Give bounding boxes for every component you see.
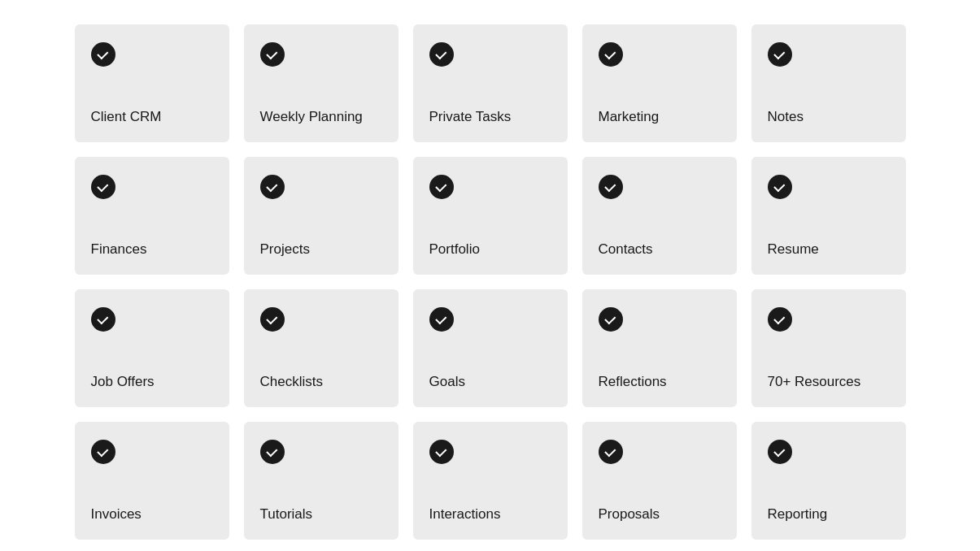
grid-item-reflections[interactable]: Reflections — [582, 289, 737, 407]
label-tutorials: Tutorials — [260, 496, 313, 523]
label-invoices: Invoices — [91, 496, 142, 523]
check-icon — [429, 307, 454, 332]
check-icon — [429, 440, 454, 464]
check-icon — [768, 440, 792, 464]
label-projects: Projects — [260, 231, 310, 258]
grid-item-projects[interactable]: Projects — [244, 157, 399, 275]
check-icon — [599, 307, 623, 332]
grid-item-invoices[interactable]: Invoices — [75, 422, 229, 540]
label-finances: Finances — [91, 231, 147, 258]
check-icon — [768, 42, 792, 67]
grid-item-notes[interactable]: Notes — [751, 24, 906, 142]
check-icon — [91, 440, 115, 464]
grid-item-resume[interactable]: Resume — [751, 157, 906, 275]
grid-item-portfolio[interactable]: Portfolio — [413, 157, 568, 275]
grid-item-goals[interactable]: Goals — [413, 289, 568, 407]
grid-item-job-offers[interactable]: Job Offers — [75, 289, 229, 407]
check-icon — [260, 42, 285, 67]
grid-item-checklists[interactable]: Checklists — [244, 289, 399, 407]
check-icon — [768, 175, 792, 199]
check-icon — [599, 175, 623, 199]
grid-item-proposals[interactable]: Proposals — [582, 422, 737, 540]
grid-item-client-crm[interactable]: Client CRM — [75, 24, 229, 142]
label-portfolio: Portfolio — [429, 231, 480, 258]
label-weekly-planning: Weekly Planning — [260, 98, 363, 126]
grid-item-reporting[interactable]: Reporting — [751, 422, 906, 540]
label-job-offers: Job Offers — [91, 363, 155, 391]
check-icon — [260, 175, 285, 199]
label-resume: Resume — [768, 231, 819, 258]
grid-item-finances[interactable]: Finances — [75, 157, 229, 275]
label-marketing: Marketing — [599, 98, 660, 126]
check-icon — [429, 42, 454, 67]
check-icon — [260, 440, 285, 464]
check-icon — [91, 307, 115, 332]
grid-item-private-tasks[interactable]: Private Tasks — [413, 24, 568, 142]
label-checklists: Checklists — [260, 363, 323, 391]
label-interactions: Interactions — [429, 496, 501, 523]
check-icon — [599, 440, 623, 464]
label-reporting: Reporting — [768, 496, 828, 523]
label-proposals: Proposals — [599, 496, 660, 523]
label-notes: Notes — [768, 98, 804, 126]
label-70-resources: 70+ Resources — [768, 363, 861, 391]
grid-item-interactions[interactable]: Interactions — [413, 422, 568, 540]
label-goals: Goals — [429, 363, 465, 391]
check-icon — [768, 307, 792, 332]
grid-item-weekly-planning[interactable]: Weekly Planning — [244, 24, 399, 142]
check-icon — [599, 42, 623, 67]
grid-item-tutorials[interactable]: Tutorials — [244, 422, 399, 540]
label-private-tasks: Private Tasks — [429, 98, 512, 126]
label-contacts: Contacts — [599, 231, 653, 258]
grid-item-marketing[interactable]: Marketing — [582, 24, 737, 142]
check-icon — [260, 307, 285, 332]
check-icon — [91, 42, 115, 67]
grid-item-70-resources[interactable]: 70+ Resources — [751, 289, 906, 407]
check-icon — [91, 175, 115, 199]
label-reflections: Reflections — [599, 363, 667, 391]
grid-item-contacts[interactable]: Contacts — [582, 157, 737, 275]
label-client-crm: Client CRM — [91, 98, 162, 126]
feature-grid: Client CRMWeekly PlanningPrivate TasksMa… — [50, 0, 930, 551]
check-icon — [429, 175, 454, 199]
